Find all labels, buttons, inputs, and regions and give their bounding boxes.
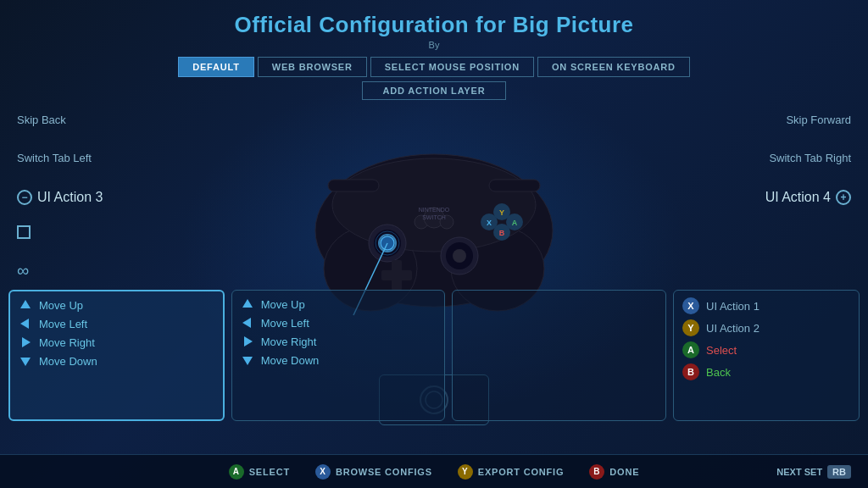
left-labels: Skip Back Switch Tab Left − UI Action 3 …	[17, 103, 203, 292]
bar-x-icon: X	[315, 464, 331, 480]
next-set-area: NEXT SET RB	[776, 465, 851, 479]
move-right-label-mid: Move Right	[261, 336, 317, 348]
svg-marker-36	[242, 299, 253, 308]
middle-action-panel: Move Up Move Left Move Right Move Down	[231, 290, 446, 421]
by-label: By	[0, 40, 868, 50]
right-mapping-panel: X UI Action 1 Y UI Action 2 A Select B B…	[673, 290, 860, 421]
rb-badge: RB	[827, 465, 851, 479]
move-right-label-left: Move Right	[39, 336, 95, 349]
tab-default[interactable]: DEFAULT	[178, 57, 254, 77]
svg-marker-33	[20, 319, 29, 329]
svg-marker-35	[20, 358, 31, 366]
bar-a-icon: A	[229, 464, 244, 480]
ui-action-3-row: − UI Action 3	[17, 190, 203, 205]
tab-on-screen[interactable]: ON SCREEN KEYBOARD	[537, 57, 690, 77]
bar-action-export: Y EXPORT CONFIG	[458, 464, 564, 480]
move-down-label-mid: Move Down	[261, 354, 320, 367]
arrow-up-icon-mid	[241, 297, 254, 311]
arrow-left-icon-mid	[241, 316, 254, 330]
svg-point-11	[453, 249, 466, 263]
infinity-icon: ∞	[17, 261, 29, 280]
bar-export-label: EXPORT CONFIG	[478, 467, 564, 477]
bar-y-icon: Y	[458, 464, 473, 480]
tab-web-browser[interactable]: WEB BROWSER	[258, 57, 367, 77]
square-icon	[17, 225, 31, 239]
svg-text:Y: Y	[499, 208, 504, 217]
bar-b-icon: B	[589, 464, 604, 480]
bar-done-label: DONE	[609, 467, 639, 477]
tab-select-mouse[interactable]: SELECT MOUSE POSITION	[370, 57, 534, 77]
infinity-row: ∞	[17, 261, 203, 280]
add-action-button[interactable]: ADD ACTION LAYER	[362, 81, 507, 100]
ui-action-2-label: UI Action 2	[706, 322, 760, 335]
mapping-x: X UI Action 1	[682, 297, 850, 314]
mapping-y: Y UI Action 2	[682, 319, 850, 336]
svg-rect-13	[381, 270, 412, 280]
square-row	[17, 225, 203, 239]
ui-action-1-label: UI Action 1	[706, 300, 760, 313]
svg-text:NINTENDO: NINTENDO	[419, 207, 450, 213]
move-left-label-mid: Move Left	[261, 317, 309, 330]
main-title: Official Configuration for Big Picture	[0, 0, 868, 38]
b-button-circle: B	[682, 363, 699, 380]
bar-browse-label: BROWSE CONFIGS	[336, 467, 432, 477]
svg-marker-34	[22, 337, 31, 347]
left-action-panel: Move Up Move Left Move Right Move Down	[8, 290, 225, 421]
select-label: Select	[706, 344, 737, 357]
right-labels: Skip Forward Switch Tab Right UI Action …	[665, 103, 851, 217]
svg-rect-27	[328, 180, 379, 191]
mapping-a: A Select	[682, 341, 850, 358]
svg-marker-38	[244, 336, 253, 347]
minus-icon: −	[17, 190, 32, 205]
bar-select-label: SELECT	[249, 467, 290, 477]
switch-tab-right-label: Switch Tab Right	[665, 152, 851, 164]
panels-container: Move Up Move Left Move Right Move Down	[8, 290, 860, 421]
ui-action-4-row: UI Action 4 +	[665, 190, 851, 205]
plus-icon: +	[836, 190, 851, 205]
svg-marker-39	[242, 357, 253, 365]
skip-forward-label: Skip Forward	[665, 114, 851, 126]
x-button-circle: X	[682, 297, 699, 314]
skip-back-label: Skip Back	[17, 114, 203, 126]
svg-marker-37	[242, 318, 251, 328]
arrow-down-icon-left	[19, 354, 32, 368]
switch-tab-left-label: Switch Tab Left	[17, 152, 203, 164]
svg-text:SWITCH: SWITCH	[422, 214, 446, 220]
move-left-label-left: Move Left	[39, 318, 87, 330]
move-up-item-mid: Move Up	[241, 297, 437, 311]
bar-action-select: A SELECT	[229, 464, 290, 480]
next-set-label: NEXT SET	[776, 467, 822, 477]
arrow-left-icon	[19, 317, 32, 330]
move-down-item-left: Move Down	[19, 354, 214, 368]
move-down-label-left: Move Down	[39, 355, 97, 368]
arrow-right-icon-left	[19, 336, 32, 349]
move-right-item-mid: Move Right	[241, 335, 437, 348]
arrow-down-icon-mid	[241, 353, 254, 367]
move-left-item-mid: Move Left	[241, 316, 437, 330]
move-left-item-left: Move Left	[19, 317, 214, 330]
move-down-item-mid: Move Down	[241, 353, 437, 367]
svg-text:X: X	[487, 219, 492, 227]
svg-rect-28	[489, 180, 540, 191]
move-up-item-left: Move Up	[19, 298, 214, 312]
move-right-item-left: Move Right	[19, 336, 214, 349]
arrow-right-icon-mid	[241, 335, 254, 348]
svg-marker-32	[20, 300, 31, 308]
add-action-row: ADD ACTION LAYER	[0, 81, 868, 100]
tabs-row: DEFAULT WEB BROWSER SELECT MOUSE POSITIO…	[0, 57, 868, 77]
a-button-circle: A	[682, 341, 699, 358]
empty-panel	[452, 290, 666, 421]
bar-action-browse: X BROWSE CONFIGS	[315, 464, 432, 480]
move-up-label-mid: Move Up	[261, 298, 305, 311]
bar-action-done: B DONE	[589, 464, 639, 480]
back-label: Back	[706, 366, 731, 379]
ui-action-4-label: UI Action 4	[765, 190, 831, 205]
y-button-circle: Y	[682, 319, 699, 336]
ui-action-3-label: UI Action 3	[37, 190, 103, 205]
arrow-up-icon	[19, 298, 32, 312]
mapping-b: B Back	[682, 363, 850, 380]
svg-text:A: A	[512, 219, 518, 227]
bottom-bar: A SELECT X BROWSE CONFIGS Y EXPORT CONFI…	[0, 454, 868, 488]
content-area: Skip Back Switch Tab Left − UI Action 3 …	[0, 103, 868, 459]
move-up-label-left: Move Up	[39, 299, 83, 312]
